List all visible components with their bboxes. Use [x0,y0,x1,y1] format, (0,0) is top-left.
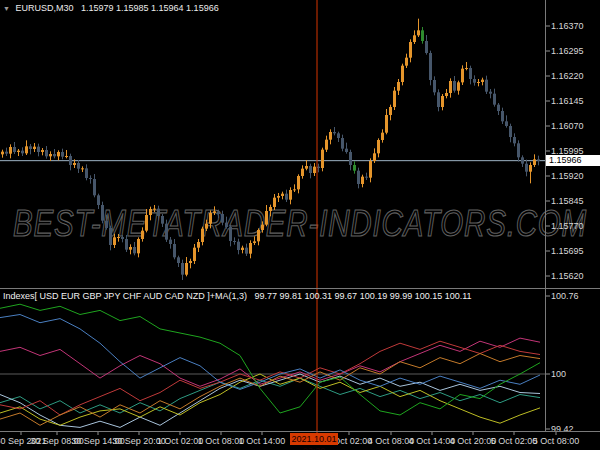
price-axis-label: 1.16220 [551,71,584,81]
time-axis-label: 4 Oct 14:00 [409,436,456,446]
indicator-axis-label: 99.42 [551,424,574,434]
axis-separator [0,431,600,432]
time-axis-label: 1 Oct 08:00 [198,436,245,446]
price-axis-label: 1.15845 [551,196,584,206]
chart-symbol: EURUSD,M30 [15,3,73,13]
price-axis-label: 1.16070 [551,121,584,131]
indicator-axis-label: 100.76 [551,291,579,301]
symbol-marker-icon: ▼ [3,5,10,12]
price-axis-label: 1.15770 [551,221,584,231]
price-axis-label: 1.15620 [551,271,584,281]
watermark-text: BEST-METATRADER-INDICATORS.COM [13,203,587,244]
time-axis-label: 4 Oct 08:00 [368,436,415,446]
price-axis-label: 1.16145 [551,96,584,106]
index-lines-layer [0,304,540,427]
time-axis-label: 1 Oct 14:00 [239,436,286,446]
crosshair-time-badge: 2021.10.01 23:30 [290,433,338,445]
time-axis-label: 4 Oct 20:00 [450,436,497,446]
index-line-NZD [0,304,540,415]
price-chart[interactable]: BEST-METATRADER-INDICATORS.COM [0,0,600,450]
price-axis-label: 1.15920 [551,171,584,181]
metatrader-chart-window: BEST-METATRADER-INDICATORS.COM ▼ EURUSD,… [0,0,600,450]
panel-separator[interactable] [0,288,600,289]
chart-title: ▼ EURUSD,M30 1.15979 1.15985 1.15964 1.1… [3,3,219,13]
indicator-axis-label: 100 [551,369,566,379]
indicator-values: 99.77 99.81 100.31 99.67 100.19 99.99 10… [255,291,472,301]
time-axis-label: 5 Oct 08:00 [533,436,580,446]
price-axis-label: 1.16295 [551,46,584,56]
indicator-label: Indexes[ USD EUR GBP JPY CHF AUD CAD NZD… [3,291,472,301]
price-axis-label: 1.15695 [551,246,584,256]
time-axis-label: 5 Oct 02:00 [491,436,538,446]
chart-ohlc-values: 1.15979 1.15985 1.15964 1.15966 [81,3,219,13]
index-line-AUD [0,315,540,390]
indicator-name: Indexes[ USD EUR GBP JPY CHF AUD CAD NZD… [3,291,247,301]
price-axis-label: 1.16370 [551,21,584,31]
time-axis-label: 1 Oct 02:00 [157,436,204,446]
current-price-badge: 1.15966 [546,155,600,166]
price-axis-border [545,0,546,431]
